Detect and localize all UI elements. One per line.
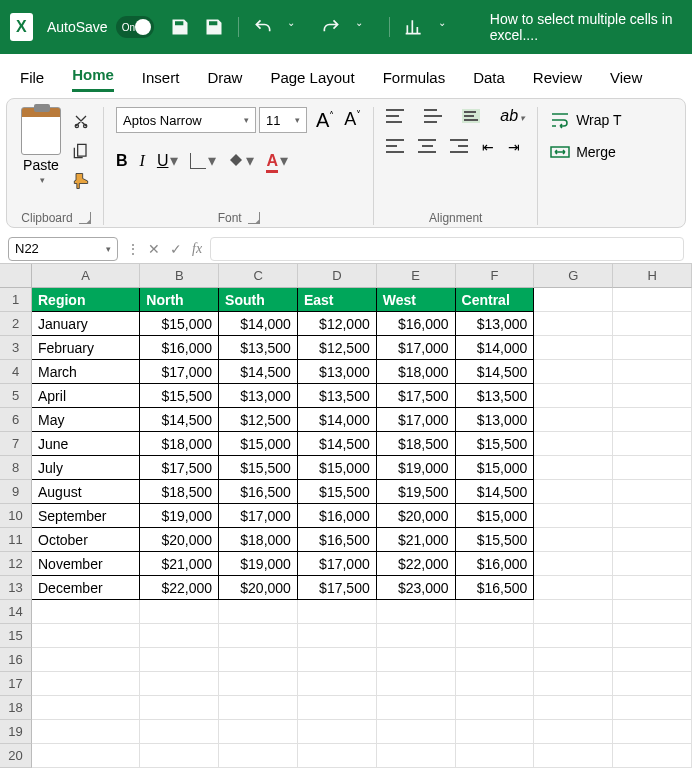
cell-18-E[interactable] (377, 696, 456, 720)
cell-15-H[interactable] (613, 624, 692, 648)
row-head-20[interactable]: 20 (0, 744, 32, 768)
redo-dropdown-icon[interactable]: ⌄ (355, 17, 375, 37)
cell-2-A[interactable]: January (32, 312, 140, 336)
col-head-D[interactable]: D (298, 264, 377, 288)
cell-14-H[interactable] (613, 600, 692, 624)
cell-9-A[interactable]: August (32, 480, 140, 504)
cell-6-A[interactable]: May (32, 408, 140, 432)
cell-7-A[interactable]: June (32, 432, 140, 456)
row-head-6[interactable]: 6 (0, 408, 32, 432)
cell-2-E[interactable]: $16,000 (377, 312, 456, 336)
cell-1-E[interactable]: West (377, 288, 456, 312)
cell-10-F[interactable]: $15,000 (456, 504, 535, 528)
cell-1-A[interactable]: Region (32, 288, 140, 312)
decrease-indent-icon[interactable]: ⇤ (482, 139, 494, 155)
cell-9-E[interactable]: $19,500 (377, 480, 456, 504)
name-box[interactable]: N22▾ (8, 237, 118, 261)
cell-7-H[interactable] (613, 432, 692, 456)
cell-19-B[interactable] (140, 720, 219, 744)
cell-16-H[interactable] (613, 648, 692, 672)
row-head-8[interactable]: 8 (0, 456, 32, 480)
cell-12-C[interactable]: $19,000 (219, 552, 298, 576)
font-name-select[interactable]: Aptos Narrow▾ (116, 107, 256, 133)
cell-12-B[interactable]: $21,000 (140, 552, 219, 576)
cell-18-C[interactable] (219, 696, 298, 720)
cell-16-B[interactable] (140, 648, 219, 672)
redo-icon[interactable] (321, 17, 341, 37)
tab-draw[interactable]: Draw (207, 69, 242, 92)
col-head-F[interactable]: F (456, 264, 535, 288)
cell-6-C[interactable]: $12,500 (219, 408, 298, 432)
cell-18-G[interactable] (534, 696, 613, 720)
cell-19-G[interactable] (534, 720, 613, 744)
cell-9-H[interactable] (613, 480, 692, 504)
cell-1-F[interactable]: Central (456, 288, 535, 312)
cell-15-G[interactable] (534, 624, 613, 648)
cell-9-C[interactable]: $16,500 (219, 480, 298, 504)
cell-4-F[interactable]: $14,500 (456, 360, 535, 384)
tab-page-layout[interactable]: Page Layout (270, 69, 354, 92)
cell-12-D[interactable]: $17,000 (298, 552, 377, 576)
cell-9-D[interactable]: $15,500 (298, 480, 377, 504)
save-icon[interactable] (170, 17, 190, 37)
align-right-icon[interactable] (450, 139, 468, 153)
align-middle-icon[interactable] (424, 109, 442, 123)
cell-1-H[interactable] (613, 288, 692, 312)
cell-3-A[interactable]: February (32, 336, 140, 360)
cell-7-B[interactable]: $18,000 (140, 432, 219, 456)
cell-5-E[interactable]: $17,500 (377, 384, 456, 408)
cell-7-E[interactable]: $18,500 (377, 432, 456, 456)
cell-18-B[interactable] (140, 696, 219, 720)
cell-3-C[interactable]: $13,500 (219, 336, 298, 360)
cell-15-B[interactable] (140, 624, 219, 648)
cell-4-A[interactable]: March (32, 360, 140, 384)
cell-4-G[interactable] (534, 360, 613, 384)
cell-3-D[interactable]: $12,500 (298, 336, 377, 360)
cell-7-F[interactable]: $15,500 (456, 432, 535, 456)
tab-data[interactable]: Data (473, 69, 505, 92)
cell-14-F[interactable] (456, 600, 535, 624)
align-left-icon[interactable] (386, 139, 404, 153)
border-button[interactable]: ▾ (190, 151, 216, 170)
tab-home[interactable]: Home (72, 66, 114, 92)
cell-17-A[interactable] (32, 672, 140, 696)
row-head-15[interactable]: 15 (0, 624, 32, 648)
row-head-4[interactable]: 4 (0, 360, 32, 384)
cell-2-D[interactable]: $12,000 (298, 312, 377, 336)
cell-20-H[interactable] (613, 744, 692, 768)
cell-18-D[interactable] (298, 696, 377, 720)
merge-button[interactable]: Merge (550, 143, 616, 161)
cell-14-G[interactable] (534, 600, 613, 624)
underline-button[interactable]: U▾ (157, 151, 179, 170)
cell-20-C[interactable] (219, 744, 298, 768)
cell-3-E[interactable]: $17,000 (377, 336, 456, 360)
cell-16-G[interactable] (534, 648, 613, 672)
cell-15-D[interactable] (298, 624, 377, 648)
cell-4-D[interactable]: $13,000 (298, 360, 377, 384)
tab-view[interactable]: View (610, 69, 642, 92)
cell-8-C[interactable]: $15,500 (219, 456, 298, 480)
row-head-19[interactable]: 19 (0, 720, 32, 744)
row-head-17[interactable]: 17 (0, 672, 32, 696)
chart-icon[interactable] (404, 17, 424, 37)
cell-16-A[interactable] (32, 648, 140, 672)
decrease-font-icon[interactable]: A˅ (344, 109, 361, 132)
cell-3-G[interactable] (534, 336, 613, 360)
cell-18-F[interactable] (456, 696, 535, 720)
cell-2-H[interactable] (613, 312, 692, 336)
cell-20-G[interactable] (534, 744, 613, 768)
enter-formula-icon[interactable]: ✓ (170, 241, 182, 257)
cell-20-A[interactable] (32, 744, 140, 768)
cell-6-E[interactable]: $17,000 (377, 408, 456, 432)
cell-8-F[interactable]: $15,000 (456, 456, 535, 480)
cell-6-B[interactable]: $14,500 (140, 408, 219, 432)
cell-17-B[interactable] (140, 672, 219, 696)
cell-20-B[interactable] (140, 744, 219, 768)
cell-5-C[interactable]: $13,000 (219, 384, 298, 408)
cell-5-A[interactable]: April (32, 384, 140, 408)
autosave-toggle[interactable]: On (116, 16, 154, 38)
cell-19-A[interactable] (32, 720, 140, 744)
row-head-12[interactable]: 12 (0, 552, 32, 576)
formula-bar[interactable] (210, 237, 684, 261)
cell-3-B[interactable]: $16,000 (140, 336, 219, 360)
